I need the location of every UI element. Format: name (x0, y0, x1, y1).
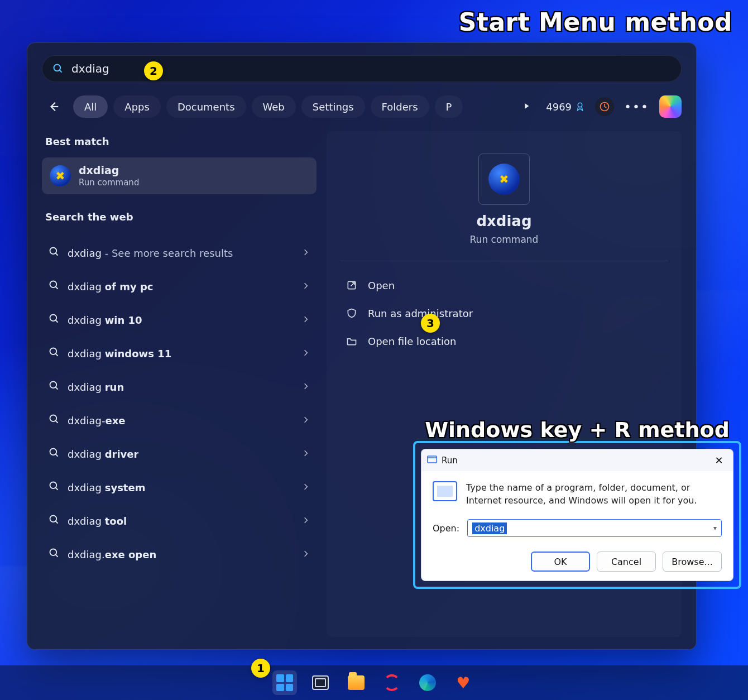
rewards-points-value: 4969 (546, 101, 572, 113)
web-result-text: dxdiag driver (68, 448, 138, 460)
web-result-item[interactable]: dxdiag.exe open (42, 538, 317, 571)
action-open-label: Open (368, 280, 395, 291)
svg-point-24 (50, 516, 57, 522)
run-open-label: Open: (433, 523, 459, 534)
task-view-icon (312, 675, 329, 690)
filter-tab-p[interactable]: P (435, 95, 463, 118)
filter-tabs: AllAppsDocumentsWebSettingsFoldersP (73, 95, 512, 118)
svg-line-9 (56, 253, 58, 256)
search-icon (49, 447, 60, 461)
brave-icon: ♥ (455, 675, 472, 691)
svg-point-22 (50, 482, 57, 489)
close-icon[interactable]: ✕ (711, 452, 727, 469)
web-result-item[interactable]: dxdiag of my pc (42, 270, 317, 303)
action-run-admin-label: Run as administrator (368, 308, 473, 319)
chevron-right-icon[interactable] (302, 315, 310, 325)
taskbar-edge[interactable] (415, 670, 440, 695)
web-result-item[interactable]: dxdiag run (42, 370, 317, 404)
web-result-text: dxdiag of my pc (68, 281, 153, 293)
best-match-item[interactable]: dxdiag Run command (42, 157, 317, 194)
run-app-icon (433, 481, 457, 501)
web-result-item[interactable]: dxdiag-exe (42, 404, 317, 437)
search-box[interactable] (42, 55, 682, 82)
search-icon (52, 63, 64, 74)
run-ok-button[interactable]: OK (531, 552, 590, 572)
svg-rect-29 (428, 456, 437, 463)
run-titlebar[interactable]: Run ✕ (421, 449, 733, 471)
chevron-right-icon[interactable] (302, 482, 310, 493)
svg-point-18 (50, 415, 57, 422)
search-icon (49, 548, 60, 561)
taskbar-opera[interactable] (380, 670, 404, 695)
web-result-item[interactable]: dxdiag win 10 (42, 303, 317, 337)
search-icon (49, 313, 60, 327)
filter-tab-all[interactable]: All (73, 95, 108, 118)
overlay-start-method-label: Start Menu method (459, 8, 732, 36)
web-result-item[interactable]: dxdiag windows 11 (42, 337, 317, 370)
filter-tab-documents[interactable]: Documents (166, 95, 246, 118)
svg-marker-3 (525, 103, 529, 108)
chevron-right-icon[interactable] (302, 281, 310, 292)
filter-tab-apps[interactable]: Apps (113, 95, 161, 118)
svg-point-26 (50, 549, 57, 556)
svg-line-25 (56, 521, 58, 524)
search-icon (49, 246, 60, 260)
chevron-right-icon[interactable] (302, 516, 310, 526)
chevron-right-icon[interactable] (302, 549, 310, 560)
run-browse-button[interactable]: Browse... (663, 552, 722, 572)
web-result-text: dxdiag win 10 (68, 314, 142, 326)
preview-subtitle: Run command (470, 234, 539, 245)
web-result-item[interactable]: dxdiag - See more search results (42, 236, 317, 270)
svg-line-27 (56, 555, 58, 557)
callout-3: 3 (421, 314, 440, 333)
action-open-location-label: Open file location (368, 335, 456, 347)
run-open-combobox[interactable]: dxdiag ▾ (467, 519, 722, 537)
file-explorer-icon (348, 675, 365, 690)
user-avatar[interactable] (595, 97, 614, 116)
preview-app-icon (478, 154, 530, 205)
svg-line-15 (56, 354, 58, 356)
dxdiag-icon (488, 164, 520, 195)
web-result-text: dxdiag system (68, 482, 145, 493)
rewards-points[interactable]: 4969 (546, 101, 585, 113)
action-open-location[interactable]: Open file location (340, 327, 668, 355)
svg-point-14 (50, 348, 57, 355)
web-results-list: dxdiag - See more search resultsdxdiag o… (42, 236, 317, 571)
svg-point-0 (54, 65, 61, 71)
copilot-icon[interactable] (659, 95, 682, 118)
chevron-right-icon[interactable] (302, 382, 310, 392)
chevron-down-icon[interactable]: ▾ (713, 524, 717, 532)
svg-line-1 (60, 70, 62, 73)
taskbar-start-button[interactable] (272, 670, 297, 695)
web-result-item[interactable]: dxdiag driver (42, 437, 317, 471)
action-open[interactable]: Open (340, 271, 668, 299)
overlay-run-method-label: Windows key + R method (415, 418, 739, 442)
scroll-more-icon[interactable] (519, 102, 535, 112)
taskbar-file-explorer[interactable] (344, 670, 368, 695)
run-description: Type the name of a program, folder, docu… (466, 481, 722, 507)
search-icon (49, 414, 60, 427)
chevron-right-icon[interactable] (302, 415, 310, 426)
run-dialog-callout: Windows key + R method Run ✕ Type the na… (413, 441, 741, 589)
web-result-item[interactable]: dxdiag system (42, 471, 317, 504)
web-result-text: dxdiag tool (68, 515, 127, 527)
search-icon (49, 481, 60, 494)
more-icon[interactable]: ••• (624, 100, 649, 114)
filter-tab-web[interactable]: Web (252, 95, 296, 118)
run-cancel-label: Cancel (611, 557, 641, 567)
chevron-right-icon[interactable] (302, 248, 310, 258)
filter-tab-folders[interactable]: Folders (371, 95, 429, 118)
back-button[interactable] (42, 94, 66, 119)
filter-tab-settings[interactable]: Settings (301, 95, 365, 118)
web-result-text: dxdiag-exe (68, 415, 126, 426)
chevron-right-icon[interactable] (302, 449, 310, 459)
taskbar-brave[interactable]: ♥ (451, 670, 476, 695)
chevron-right-icon[interactable] (302, 348, 310, 359)
svg-point-12 (50, 315, 57, 322)
svg-line-11 (56, 287, 58, 289)
action-run-admin[interactable]: Run as administrator (340, 299, 668, 327)
run-cancel-button[interactable]: Cancel (597, 552, 656, 572)
web-result-text: dxdiag run (68, 381, 124, 393)
web-result-item[interactable]: dxdiag tool (42, 504, 317, 538)
taskbar-task-view[interactable] (308, 670, 333, 695)
